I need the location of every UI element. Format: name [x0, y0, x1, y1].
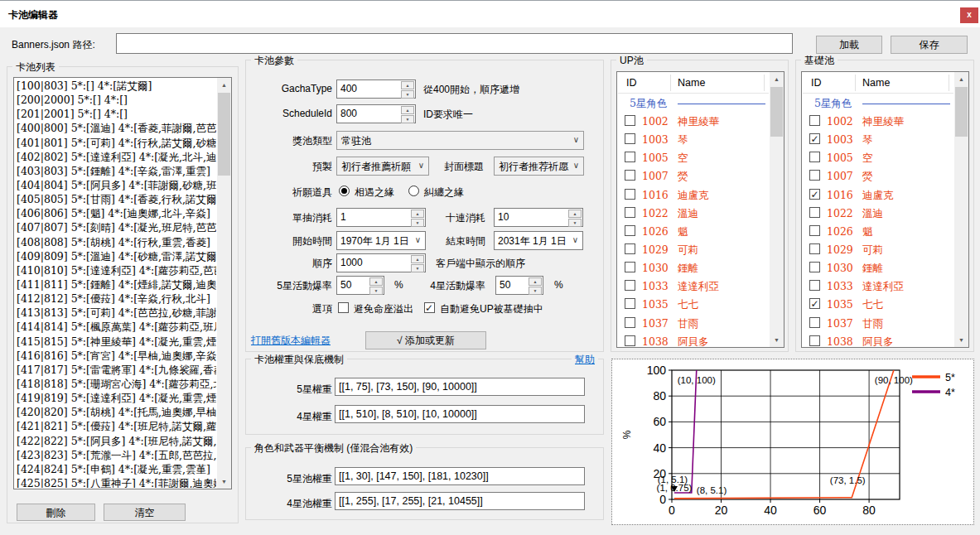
- row-checkbox[interactable]: [625, 335, 635, 346]
- row-checkbox[interactable]: [625, 280, 635, 291]
- row-checkbox[interactable]: [809, 152, 820, 162]
- row-checkbox[interactable]: [809, 262, 820, 272]
- rate4-input[interactable]: 50 ▲▼: [495, 276, 543, 295]
- pool-list-item[interactable]: [418|818] 5*:[珊瑚宮心海] 4*:[蘿莎莉亞,北斗,行秋]: [15, 377, 216, 391]
- scroll-down-button[interactable]: ▼: [954, 333, 968, 347]
- pool-list-item[interactable]: [414|814] 5*:[楓原萬葉] 4*:[蘿莎莉亞,班尼特,雷澤]: [15, 320, 216, 334]
- scroll-down-button[interactable]: ▼: [217, 475, 231, 489]
- row-checkbox[interactable]: ✓: [809, 189, 820, 200]
- pool-listbox[interactable]: [100|803] 5*:[] 4*:[諾艾爾][200|2000] 5*:[]…: [13, 77, 232, 489]
- pool-list-item[interactable]: [421|821] 5*:[優菈] 4*:[班尼特,諾艾爾,蘿莎莉亞]: [15, 419, 216, 433]
- pool-list-item[interactable]: [409|809] 5*:[溫迪] 4*:[砂糖,雷澤,諾艾爾]: [15, 249, 216, 263]
- row-checkbox[interactable]: [809, 280, 820, 291]
- pool-row[interactable]: 1029可莉: [803, 240, 953, 258]
- end-time-picker[interactable]: 2031年 1月 1日 ∨: [494, 231, 583, 250]
- help-link[interactable]: 幫助: [572, 353, 598, 367]
- scroll-up-button[interactable]: ▲: [217, 78, 231, 92]
- pool-list-item[interactable]: [416|816] 5*:[宵宮] 4*:[早柚,迪奧娜,辛焱]: [15, 349, 216, 363]
- path-input[interactable]: [116, 33, 793, 54]
- pool-row[interactable]: 1026魈: [618, 222, 769, 240]
- spinner-up-icon[interactable]: ▲: [411, 255, 424, 263]
- row-checkbox[interactable]: [809, 335, 820, 346]
- row-checkbox[interactable]: [625, 152, 635, 162]
- pool-type-select[interactable]: 常驻池 ∨: [336, 131, 584, 150]
- sort-order-input[interactable]: 1000 ▲▼: [336, 253, 426, 272]
- pool-list-item[interactable]: [201|2001] 5*:[] 4*:[]: [15, 107, 216, 121]
- pool-list-item[interactable]: [408|808] 5*:[胡桃] 4*:[行秋,重雲,香菱]: [15, 235, 216, 249]
- pool-list-item[interactable]: [400|800] 5*:[溫迪] 4*:[香菱,菲謝爾,芭芭拉]: [15, 121, 216, 135]
- save-button[interactable]: 保存: [891, 36, 968, 54]
- row-checkbox[interactable]: [809, 170, 820, 181]
- pool-row[interactable]: 1038阿貝多: [618, 332, 769, 346]
- pool-row[interactable]: 1016迪盧克: [618, 186, 769, 204]
- spinner-up-icon[interactable]: ▲: [369, 277, 383, 286]
- row-checkbox[interactable]: [809, 225, 820, 236]
- start-time-picker[interactable]: 1970年 1月 1日 ∨: [336, 231, 426, 250]
- spinner-down-icon[interactable]: ▼: [411, 264, 424, 272]
- pool-weight5-input[interactable]: [335, 467, 585, 485]
- pool-row[interactable]: 1022溫迪: [618, 204, 769, 222]
- radio-acquaint-fate[interactable]: [339, 186, 350, 196]
- pool-list-item[interactable]: [420|820] 5*:[胡桃] 4*:[托馬,迪奧娜,早柚]: [15, 405, 216, 419]
- pool-list-item[interactable]: [422|822] 5*:[阿貝多] 4*:[班尼特,諾艾爾,蘿莎莉亞]: [15, 434, 216, 448]
- weight5-input[interactable]: [335, 378, 585, 396]
- pool-list-scrollbar[interactable]: ▲ ▼: [217, 78, 231, 489]
- pool-list-item[interactable]: [419|819] 5*:[達達利亞] 4*:[凝光,重雲,煙緋]: [15, 391, 216, 405]
- pool-row[interactable]: 1033達達利亞: [803, 277, 953, 295]
- row-checkbox[interactable]: [809, 115, 820, 126]
- row-checkbox[interactable]: [625, 317, 635, 328]
- pool-row[interactable]: 1038阿貝多: [803, 332, 953, 346]
- spinner-down-icon[interactable]: ▼: [568, 219, 582, 227]
- pool-list-item[interactable]: [406|806] 5*:[魈] 4*:[迪奧娜,北斗,辛焱]: [15, 206, 216, 220]
- row-checkbox[interactable]: [625, 189, 635, 200]
- pool-row[interactable]: 1033達達利亞: [618, 277, 769, 295]
- pool-list-item[interactable]: [425|825] 5*:[八重神子] 4*:[菲謝爾,迪奧娜,托馬]: [15, 476, 216, 488]
- pool-list-item[interactable]: [423|823] 5*:[荒瀧一斗] 4*:[五郎,芭芭拉,香菱]: [15, 448, 216, 462]
- cover-title-select[interactable]: 初行者推荐祈愿 ∨: [494, 157, 584, 176]
- pool-list-item[interactable]: [411|811] 5*:[鍾離] 4*:[煙緋,諾艾爾,迪奧娜]: [15, 277, 216, 292]
- pool-row[interactable]: 1005空: [803, 148, 953, 166]
- row-checkbox[interactable]: [625, 262, 635, 272]
- pool-row[interactable]: 1037甘雨: [803, 314, 953, 332]
- pool-list-item[interactable]: [405|805] 5*:[甘雨] 4*:[香菱,行秋,諾艾爾]: [15, 192, 216, 206]
- row-checkbox[interactable]: [625, 207, 635, 218]
- pool-row[interactable]: 1002神里綾華: [618, 112, 769, 130]
- base-pool-list[interactable]: ID Name 5星角色 1002神里綾華✓1003琴1005空1007熒✓10…: [801, 71, 969, 348]
- pool-list-item[interactable]: [100|803] 5*:[] 4*:[諾艾爾]: [15, 79, 216, 93]
- scheduleid-input[interactable]: 800 ▲▼: [336, 104, 416, 123]
- pool-row[interactable]: 1005空: [618, 148, 769, 166]
- pool-list-item[interactable]: [403|803] 5*:[鍾離] 4*:[辛焱,雷澤,重雲]: [15, 164, 216, 178]
- spinner-down-icon[interactable]: ▼: [401, 90, 414, 99]
- weight4-input[interactable]: [335, 405, 585, 423]
- spinner-up-icon[interactable]: ▲: [401, 106, 414, 114]
- spinner-down-icon[interactable]: ▼: [401, 115, 414, 123]
- spinner-up-icon[interactable]: ▲: [529, 277, 542, 286]
- add-update-button[interactable]: √ 添加或更新: [365, 331, 486, 349]
- ten-cost-input[interactable]: 10 ▲▼: [494, 208, 583, 227]
- clear-button[interactable]: 清空: [104, 504, 186, 521]
- pool-row[interactable]: 1030鍾離: [618, 258, 769, 277]
- pool-row[interactable]: 1035七七: [618, 295, 769, 313]
- pool-row[interactable]: 1037甘雨: [618, 314, 769, 332]
- row-checkbox[interactable]: [625, 298, 635, 309]
- pool-list-item[interactable]: [401|801] 5*:[可莉] 4*:[行秋,諾艾爾,砂糖]: [15, 136, 216, 150]
- pool-list-item[interactable]: [410|810] 5*:[達達利亞] 4*:[蘿莎莉亞,芭芭拉,菲謝爾]: [15, 263, 216, 277]
- gachatype-input[interactable]: 400 ▲▼: [336, 80, 416, 99]
- pool-list-item[interactable]: [415|815] 5*:[神里綾華] 4*:[凝光,重雲,煙緋]: [15, 335, 216, 349]
- old-editor-link[interactable]: 打開舊版本編輯器: [251, 334, 331, 348]
- row-checkbox[interactable]: [625, 115, 635, 126]
- pool-row[interactable]: 1007熒: [618, 166, 769, 185]
- row-checkbox[interactable]: ✓: [809, 298, 820, 309]
- pool-row[interactable]: 1002神里綾華: [803, 112, 953, 130]
- single-cost-input[interactable]: 1 ▲▼: [336, 208, 426, 227]
- rate5-input[interactable]: 50 ▲▼: [336, 276, 384, 295]
- up-pool-scrollbar[interactable]: ▲ ▼: [770, 72, 784, 347]
- pool-row[interactable]: 1029可莉: [618, 240, 769, 258]
- scroll-thumb[interactable]: [770, 87, 783, 137]
- row-checkbox[interactable]: [625, 225, 635, 236]
- spinner-up-icon[interactable]: ▲: [568, 210, 582, 218]
- spinner-down-icon[interactable]: ▼: [529, 287, 542, 295]
- preset-select[interactable]: 初行者推薦祈願 ∨: [336, 157, 429, 176]
- row-checkbox[interactable]: [809, 243, 820, 254]
- spinner-up-icon[interactable]: ▲: [401, 81, 414, 89]
